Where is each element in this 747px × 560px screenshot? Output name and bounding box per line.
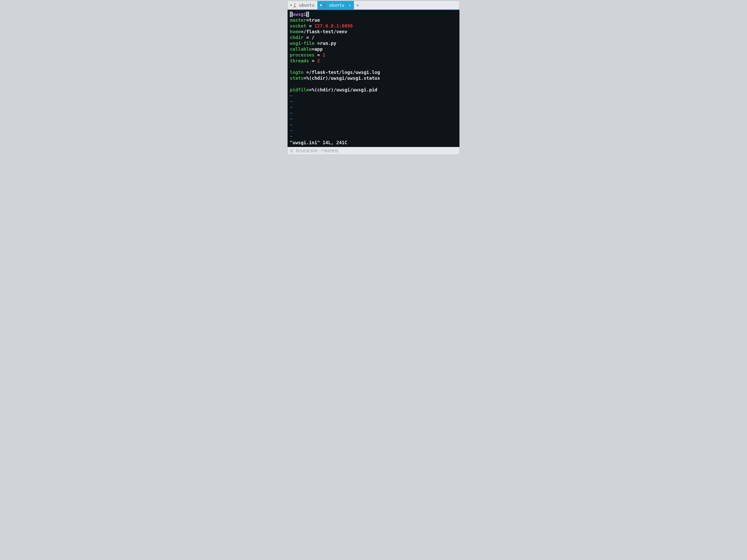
ini-key: socket (290, 23, 306, 29)
bracket-open: [ (290, 12, 292, 17)
ini-value: /flask-test/venv (304, 29, 347, 34)
ini-value: run.py (320, 41, 336, 46)
ini-equals: = (304, 76, 306, 81)
ini-equals: = (309, 87, 312, 92)
ini-line: wsgi-file =run.py (290, 41, 457, 46)
ini-value-number: 127.0.0.1:8090 (314, 23, 353, 29)
bottom-hint: 双击此处添加一个新的按钮。 (296, 149, 342, 153)
vim-empty-line-tilde: ~ (290, 104, 457, 110)
ini-equals: = (309, 58, 317, 63)
vim-empty-line-tilde: ~ (290, 122, 457, 128)
ini-line: callable=app (290, 46, 457, 52)
ini-equals: = (301, 29, 304, 34)
terminal-viewport[interactable]: [uwsgi]master=truesocket = 127.0.0.1:809… (288, 10, 459, 147)
ini-value-number: 2 (317, 58, 320, 63)
ini-key: stats (290, 76, 304, 81)
ini-key: home (290, 29, 301, 34)
new-tab-button[interactable]: + (354, 1, 361, 9)
ini-equals: = (306, 23, 314, 29)
ini-value: /flask-test/logs/uwsgi.log (309, 70, 380, 75)
ini-line: threads = 2 (290, 58, 457, 64)
ini-line: home=/flask-test/venv (290, 29, 457, 35)
terminal-window: 1 ubuntu 2 ubuntu × + [uwsgi]master=true… (288, 1, 459, 155)
vim-empty-line-tilde: ~ (290, 128, 457, 134)
ini-line: chdir = / (290, 35, 457, 41)
ini-line: processes = 1 (290, 52, 457, 58)
ini-line: logto =/flask-test/logs/uwsgi.log (290, 70, 457, 75)
ini-key: threads (290, 58, 309, 63)
ini-value-number: 1 (323, 52, 325, 58)
modified-dot-icon (290, 4, 292, 6)
ini-line (290, 81, 457, 87)
ini-key: logto (290, 70, 304, 75)
ini-equals: = (304, 70, 309, 75)
tab-index: 2 (323, 3, 326, 8)
ini-key: wsgi-file (290, 41, 314, 46)
tab-label: ubuntu (299, 3, 314, 8)
ini-line: pidfile=%(chdir)/uwsgi/uwsgi.pid (290, 87, 457, 93)
ini-equals: = (304, 35, 312, 40)
ini-key: chdir (290, 35, 304, 40)
ini-value: app (314, 47, 323, 52)
vim-empty-line-tilde: ~ (290, 116, 457, 122)
vim-status-line: "uwsgi.ini" 14L, 241C (290, 140, 457, 146)
vim-empty-line-tilde: ~ (290, 133, 457, 139)
bracket-close: ] (306, 12, 309, 17)
ini-key: callable (290, 47, 312, 52)
vim-empty-line-tilde: ~ (290, 110, 457, 116)
tab-bar: 1 ubuntu 2 ubuntu × + (288, 1, 459, 10)
tab-index: 1 (293, 3, 296, 8)
app-bottom-bar: 双击此处添加一个新的按钮。 (288, 147, 459, 155)
vim-empty-line-tilde: ~ (290, 99, 457, 104)
ini-equals: = (312, 47, 314, 52)
ini-value: / (312, 35, 314, 40)
ini-value: %(chdir)/uwsgi/uwsgi.status (306, 76, 380, 81)
modified-dot-icon (320, 4, 321, 6)
ini-line: socket = 127.0.0.1:8090 (290, 23, 457, 29)
vim-empty-line-tilde: ~ (290, 93, 457, 99)
ini-value: %(chdir)/uwsgi/uwsgi.pid (312, 87, 378, 92)
ini-equals: = (314, 52, 323, 58)
ini-key: processes (290, 52, 314, 58)
hamburger-icon[interactable] (290, 150, 293, 152)
ini-key: master (290, 18, 306, 23)
ini-line: stats=%(chdir)/uwsgi/uwsgi.status (290, 75, 457, 81)
ini-line (290, 64, 457, 70)
ini-equals: = (314, 41, 320, 46)
ini-equals: = (306, 18, 309, 23)
ini-value: true (309, 18, 320, 23)
ini-section-header: [uwsgi] (290, 11, 457, 17)
tab-1-ubuntu[interactable]: 1 ubuntu (288, 1, 317, 9)
tab-label: ubuntu (329, 3, 344, 8)
section-name: uwsgi (292, 12, 306, 17)
tab-2-ubuntu[interactable]: 2 ubuntu × (317, 1, 354, 9)
ini-key: pidfile (290, 87, 309, 92)
ini-line: master=true (290, 17, 457, 23)
close-icon[interactable]: × (349, 3, 351, 7)
